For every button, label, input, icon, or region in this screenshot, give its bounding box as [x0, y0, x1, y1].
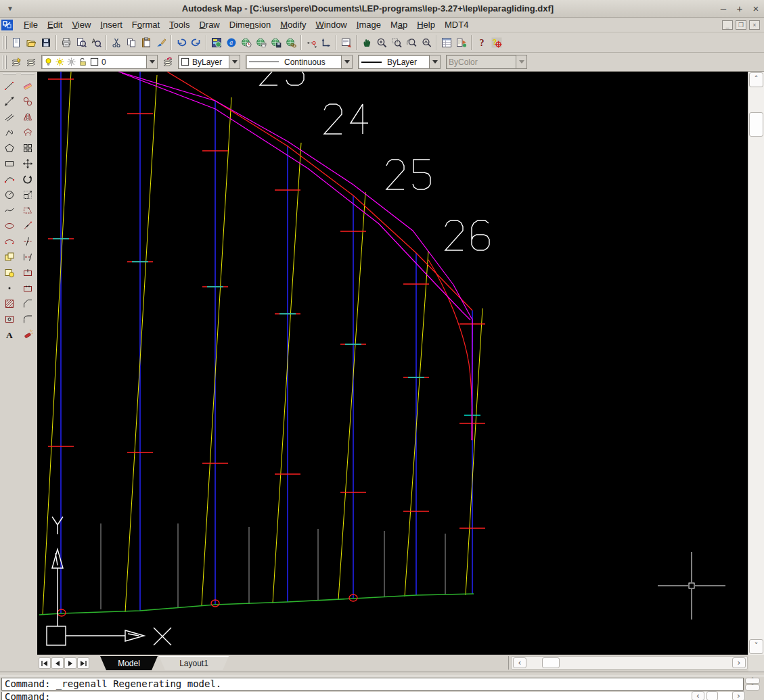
- linetype-combo[interactable]: Continuous: [246, 55, 353, 69]
- scroll-left-button[interactable]: ‹: [513, 657, 526, 668]
- move-button[interactable]: [20, 156, 36, 171]
- multiline-button[interactable]: [1, 109, 18, 124]
- command-scroll-thumb[interactable]: [706, 691, 718, 700]
- lineweight-combo[interactable]: ByLayer: [358, 55, 441, 69]
- close-button[interactable]: ×: [748, 1, 764, 17]
- mirror-button[interactable]: [20, 109, 36, 124]
- mapplot-button[interactable]: [254, 34, 269, 51]
- scroll-down-button[interactable]: ˇ: [749, 639, 763, 654]
- lineweight-combo-dropdown[interactable]: [429, 55, 440, 68]
- copy-object-button[interactable]: [20, 93, 36, 109]
- spline-button[interactable]: [1, 202, 18, 218]
- designcenter-button[interactable]: [454, 34, 469, 51]
- command-splitter[interactable]: [0, 672, 764, 676]
- menu-insert[interactable]: Insert: [95, 18, 127, 31]
- make-block-button[interactable]: [1, 264, 18, 280]
- horizontal-scroll-thumb[interactable]: [542, 657, 560, 668]
- rectangle-button[interactable]: [1, 156, 18, 171]
- zoomprev-button[interactable]: [404, 34, 419, 51]
- menu-edit[interactable]: Edit: [43, 18, 67, 31]
- horizontal-scrollbar[interactable]: ‹ ›: [511, 656, 748, 670]
- mdi-restore-button[interactable]: ❐: [736, 20, 746, 30]
- explode-button[interactable]: [20, 327, 36, 342]
- menu-help[interactable]: Help: [412, 18, 440, 31]
- mapmenu-button[interactable]: [209, 34, 224, 51]
- construction-line-button[interactable]: [1, 93, 18, 109]
- command-scroll-down-button[interactable]: ˇ: [745, 684, 760, 691]
- cut-button[interactable]: [109, 34, 124, 51]
- toolbar-grip[interactable]: [2, 55, 7, 69]
- layers-button[interactable]: [24, 54, 39, 70]
- command-input[interactable]: Command:: [1, 692, 744, 700]
- bulb-icon[interactable]: [43, 57, 53, 67]
- print-button[interactable]: [59, 34, 74, 51]
- matchprops-button[interactable]: [154, 34, 168, 51]
- point-button[interactable]: [1, 280, 18, 296]
- minimize-button[interactable]: –: [715, 1, 732, 17]
- fillet-button[interactable]: [20, 311, 36, 327]
- lengthen-button[interactable]: [20, 218, 36, 233]
- menu-window[interactable]: Window: [311, 18, 352, 31]
- lockopen-icon[interactable]: [78, 57, 88, 67]
- menu-draw[interactable]: Draw: [194, 18, 224, 31]
- preview-button[interactable]: [74, 34, 89, 51]
- ucstool-button[interactable]: [319, 34, 334, 51]
- layer-combo-dropdown[interactable]: [146, 55, 157, 68]
- color-combo[interactable]: ByLayer: [178, 55, 240, 69]
- ellipse-button[interactable]: [1, 218, 18, 233]
- undo-button[interactable]: [174, 34, 189, 51]
- tab-layout1[interactable]: Layout1: [159, 656, 229, 670]
- save-button[interactable]: [39, 34, 53, 51]
- polyline-button[interactable]: [1, 124, 18, 140]
- linetype-combo-dropdown[interactable]: [341, 55, 352, 68]
- break-at-point-button[interactable]: [20, 264, 36, 280]
- region-button[interactable]: [1, 311, 18, 327]
- osnap-button[interactable]: ?: [489, 34, 504, 51]
- arc-button[interactable]: [1, 171, 18, 187]
- vertical-scrollbar[interactable]: ˆ ˇ: [748, 72, 764, 655]
- hyperlink-button[interactable]: a: [224, 34, 239, 51]
- scroll-right-button[interactable]: ›: [732, 657, 746, 668]
- sun-icon[interactable]: [55, 57, 65, 67]
- erase-button[interactable]: [20, 78, 36, 93]
- layerprev-button[interactable]: [160, 54, 175, 70]
- copy-button[interactable]: [124, 34, 139, 51]
- properties-button[interactable]: [439, 34, 454, 51]
- trim-button[interactable]: [20, 233, 36, 249]
- chamfer-button[interactable]: [20, 296, 36, 311]
- command-scroll-up-button[interactable]: ˆ: [745, 678, 760, 684]
- hatch-button[interactable]: [1, 296, 18, 311]
- stretch-button[interactable]: [20, 202, 36, 218]
- mdi-minimize-button[interactable]: _: [722, 20, 733, 30]
- pan-button[interactable]: [359, 34, 374, 51]
- tab-first-button[interactable]: [39, 657, 51, 669]
- color-combo-dropdown[interactable]: [229, 55, 240, 68]
- scale-button[interactable]: [20, 187, 36, 202]
- command-scroll-left-button[interactable]: ‹: [692, 691, 704, 700]
- menu-map[interactable]: Map: [386, 18, 412, 31]
- circle-button[interactable]: [1, 187, 18, 202]
- scroll-up-button[interactable]: ˆ: [749, 72, 763, 87]
- drawing-viewport[interactable]: [37, 72, 748, 655]
- menu-dimension[interactable]: Dimension: [225, 18, 275, 31]
- tab-next-button[interactable]: [64, 657, 76, 669]
- command-scroll-right-button[interactable]: ›: [732, 691, 745, 700]
- ellipse-arc-button[interactable]: [1, 233, 18, 249]
- new-button[interactable]: [9, 34, 24, 51]
- spell-button[interactable]: [89, 34, 104, 51]
- menu-view[interactable]: View: [67, 18, 95, 31]
- maplink-button[interactable]: [284, 34, 298, 51]
- zoomscale-button[interactable]: [419, 34, 434, 51]
- viewport-button[interactable]: [339, 34, 354, 51]
- extend-button[interactable]: [20, 249, 36, 264]
- layercurrent-button[interactable]: [9, 54, 24, 70]
- tab-model[interactable]: Model: [100, 656, 158, 670]
- zoomrt-button[interactable]: [374, 34, 389, 51]
- tab-previous-button[interactable]: [51, 657, 64, 669]
- mapsave-button[interactable]: [269, 34, 284, 51]
- layer-combo[interactable]: 0: [41, 55, 158, 69]
- distance-button[interactable]: [304, 34, 319, 51]
- array-button[interactable]: [20, 140, 36, 156]
- polygon-button[interactable]: [1, 140, 18, 156]
- redo-button[interactable]: [189, 34, 204, 51]
